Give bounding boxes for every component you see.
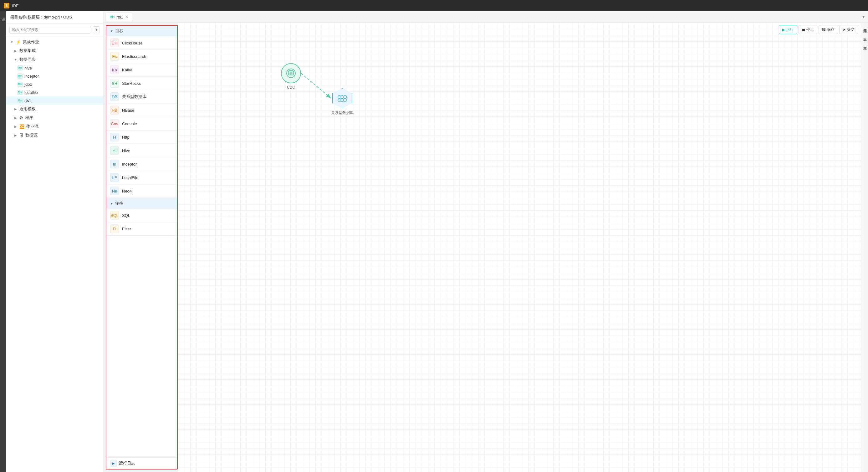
section-arrow-icon: ▼ — [110, 29, 113, 33]
rts-icon: Rts — [18, 65, 23, 70]
sidebar-item-data-sync[interactable]: ▼ 数据同步 — [6, 55, 103, 64]
log-icon: ▶ — [110, 460, 117, 467]
clickhouse-icon: CH — [110, 38, 119, 47]
arrow-icon: ▼ — [14, 58, 18, 61]
svg-point-2 — [288, 70, 293, 72]
canvas-toolbar: ▶ 运行 ◼ 停止 🖫 保存 ➤ 提交 — [775, 23, 862, 37]
rts-icon: Rts — [18, 82, 23, 87]
stop-button[interactable]: ◼ 停止 — [799, 25, 817, 34]
node-section-transform: ▼ 转换 SQL SQL Fi Filter — [106, 198, 177, 236]
node-item-label: Filter — [122, 227, 131, 231]
node-item-localfile[interactable]: LF LocalFile — [106, 171, 177, 184]
node-item-inceptor[interactable]: In Inceptor — [106, 157, 177, 171]
node-item-sql[interactable]: SQL SQL — [106, 209, 177, 222]
sidebar-item-workflow[interactable]: ▶ 🔀 作业流 — [6, 122, 103, 131]
sidebar-item-label: hive — [24, 66, 32, 70]
tab-rts1[interactable]: Rts rts1 ✕ — [106, 12, 132, 21]
node-item-neo4j[interactable]: Ne Neo4j — [106, 184, 177, 198]
node-item-label: SQL — [122, 213, 130, 218]
save-button[interactable]: 🖫 保存 — [818, 25, 838, 34]
right-panel-draft[interactable]: 草稿 — [862, 42, 868, 45]
sidebar-item-label: inceptor — [24, 74, 39, 79]
arrow-icon: ▶ — [14, 133, 18, 137]
content-area: Rts rts1 ✕ ▼ ▼ 目标 CH — [103, 11, 868, 472]
arrow-icon: ▼ — [10, 40, 14, 44]
sidebar-item-jdbc[interactable]: Rts jdbc — [6, 80, 103, 88]
sidebar-item-hive[interactable]: Rts hive — [6, 64, 103, 72]
canvas-node-cdc[interactable]: CDC CDC — [281, 63, 301, 90]
node-item-http[interactable]: H Http — [106, 130, 177, 144]
section-header-transform[interactable]: ▼ 转换 — [106, 198, 177, 209]
node-item-label: Inceptor — [122, 162, 137, 167]
arrow-icon: ▶ — [14, 124, 18, 128]
node-item-starrocks[interactable]: SR StarRocks — [106, 77, 177, 90]
sidebar-item-label: 数据同步 — [20, 57, 36, 62]
sidebar-item-localfile[interactable]: Rts localfile — [6, 88, 103, 96]
node-item-console[interactable]: Cos Console — [106, 117, 177, 130]
rts-icon: Rts — [18, 90, 23, 95]
app-icon: S — [4, 3, 9, 8]
node-item-clickhouse[interactable]: CH ClickHouse — [106, 36, 177, 50]
save-label: 保存 — [827, 27, 835, 32]
node-item-label: Http — [122, 135, 129, 140]
search-input[interactable] — [9, 26, 91, 33]
cdc-label: CDC — [287, 85, 295, 90]
node-item-label: Hive — [122, 148, 130, 153]
run-log-bar[interactable]: ▶ 运行日志 — [106, 457, 177, 469]
sidebar-item-general-template[interactable]: ▶ 通用模板 — [6, 105, 103, 113]
reldb-hex — [332, 88, 352, 108]
neo4j-icon: Ne — [110, 186, 119, 195]
reldb-icon: DB — [110, 92, 119, 101]
sidebar-item-label: rts1 — [24, 98, 31, 103]
sidebar-item-data-collection[interactable]: ▶ 数据集成 — [6, 46, 103, 55]
node-item-kafka[interactable]: Ka Kafka — [106, 63, 177, 77]
node-item-label: LocalFile — [122, 175, 138, 180]
section-header-target[interactable]: ▼ 目标 — [106, 26, 177, 36]
hive-icon: Hi — [110, 146, 119, 155]
rts-icon: Rts — [18, 73, 23, 79]
node-list-target: CH ClickHouse Es Elasticsearch Ka Kafka — [106, 36, 177, 198]
section-label: 转换 — [115, 201, 123, 206]
rts-icon: Rts — [18, 98, 23, 103]
kafka-icon: Ka — [110, 65, 119, 74]
tab-close-button[interactable]: ✕ — [125, 15, 128, 19]
panel-layout: ▼ 目标 CH ClickHouse Es Elasticsearch — [103, 23, 868, 472]
submit-icon: ➤ — [843, 28, 846, 32]
sidebar-item-label: 程序 — [25, 115, 33, 120]
right-panel-common-config[interactable]: 通用配置 — [862, 25, 868, 28]
add-button[interactable]: ＋ — [93, 26, 100, 33]
console-icon: Cos — [110, 119, 119, 128]
resource-panel[interactable]: 资源源 — [0, 11, 6, 472]
svg-text:CDC: CDC — [288, 73, 293, 75]
sidebar-item-label: localfile — [24, 90, 38, 95]
node-item-filter[interactable]: Fi Filter — [106, 222, 177, 236]
tabs-collapse-icon[interactable]: ▼ — [861, 14, 866, 19]
sql-icon: SQL — [110, 211, 119, 220]
reldb-label: 关系型数据库 — [331, 110, 353, 116]
http-icon: H — [110, 133, 119, 142]
section-label: 目标 — [115, 28, 123, 34]
canvas-area[interactable]: ▶ 运行 ◼ 停止 🖫 保存 ➤ 提交 — [178, 23, 862, 472]
stop-icon: ◼ — [802, 28, 805, 32]
tab-icon: Rts — [110, 15, 115, 19]
inceptor-icon: In — [110, 159, 119, 168]
sidebar-item-label: 数据集成 — [20, 48, 36, 54]
section-arrow-icon: ▼ — [110, 202, 113, 205]
run-button[interactable]: ▶ 运行 — [779, 25, 797, 34]
sidebar-item-programs[interactable]: ▶ ⚙ 程序 — [6, 113, 103, 122]
canvas-node-reldb[interactable]: 关系型数据库 — [331, 88, 353, 116]
sidebar-item-datasource[interactable]: ▶ 🗄 数据源 — [6, 131, 103, 140]
node-item-hbase[interactable]: HB HBase — [106, 104, 177, 117]
sidebar-item-integration-jobs[interactable]: ▼ ⚡ 集成作业 — [6, 37, 103, 46]
elasticsearch-icon: Es — [110, 52, 119, 61]
sidebar-item-rts1[interactable]: Rts rts1 — [6, 96, 103, 105]
right-panel-version[interactable]: 版本 — [862, 34, 868, 36]
submit-button[interactable]: ➤ 提交 — [839, 25, 858, 34]
node-item-reldb[interactable]: DB 关系型数据库 — [106, 90, 177, 104]
node-item-hive[interactable]: Hi Hive — [106, 144, 177, 157]
node-item-elasticsearch[interactable]: Es Elasticsearch — [106, 50, 177, 63]
node-item-label: Neo4j — [122, 189, 133, 194]
sidebar-item-inceptor[interactable]: Rts inceptor — [6, 72, 103, 80]
arrow-icon: ▶ — [14, 116, 18, 120]
tab-label: rts1 — [116, 15, 123, 20]
